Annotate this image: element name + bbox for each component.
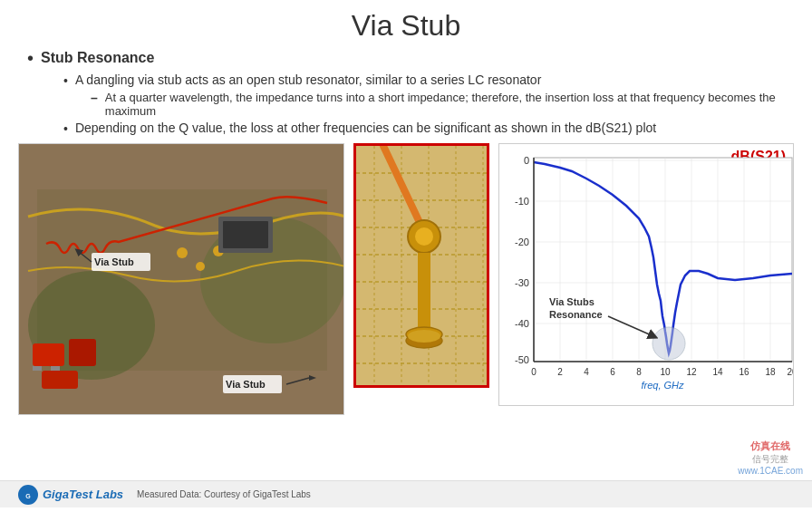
bullet-dot-3: • <box>63 121 68 136</box>
svg-text:10: 10 <box>660 367 671 377</box>
watermark-line2: 信号完整 <box>738 453 803 466</box>
footer-logo: G GigaTest Labs <box>18 485 123 505</box>
svg-text:2: 2 <box>557 367 563 377</box>
svg-rect-6 <box>42 371 78 389</box>
q-value-text: Depending on the Q value, the loss at ot… <box>75 121 656 135</box>
bullet-quarter: – At a quarter wavelength, the impedance… <box>91 91 794 118</box>
bullet-dot-2: • <box>63 73 68 88</box>
svg-rect-8 <box>51 366 60 371</box>
watermark: 仿真在线 信号完整 www.1CAE.com <box>738 440 803 476</box>
dangling-text: A dangling via stub acts as an open stub… <box>75 72 541 87</box>
footer-logo-text: GigaTest Labs <box>43 488 123 501</box>
watermark-line3: www.1CAE.com <box>738 466 803 476</box>
svg-rect-13 <box>223 221 268 248</box>
svg-rect-4 <box>33 343 64 366</box>
bullet-q-value: • Depending on the Q value, the loss at … <box>63 121 794 136</box>
svg-text:Via Stubs: Via Stubs <box>549 296 594 307</box>
bullet-stub-resonance: • Stub Resonance <box>27 50 794 69</box>
svg-point-75 <box>652 327 685 360</box>
svg-text:6: 6 <box>610 367 615 377</box>
svg-text:-30: -30 <box>515 277 529 288</box>
svg-point-37 <box>415 227 433 246</box>
watermark-line1: 仿真在线 <box>738 440 803 453</box>
slide: Via Stub • Stub Resonance • A dangling v… <box>0 0 812 512</box>
giga-test-logo-icon: G <box>21 488 35 502</box>
pcb-svg: Via Stub Via Stub <box>19 144 344 415</box>
svg-text:G: G <box>25 493 31 499</box>
graph-svg: 0 -10 -20 -30 -40 -50 0 2 4 6 <box>499 144 793 405</box>
stub-diagram-svg <box>356 146 489 388</box>
svg-text:Resonance: Resonance <box>549 309 603 320</box>
bullet-dot-1: • <box>27 48 34 69</box>
svg-rect-5 <box>69 339 96 366</box>
svg-text:14: 14 <box>712 367 723 377</box>
slide-title: Via Stub <box>18 9 794 43</box>
footer: G GigaTest Labs Measured Data: Courtesy … <box>0 480 812 507</box>
stub-resonance-text: Stub Resonance <box>41 50 154 66</box>
svg-text:12: 12 <box>686 367 697 377</box>
svg-text:8: 8 <box>636 367 642 377</box>
svg-point-10 <box>196 262 205 271</box>
bullet-dangling: • A dangling via stub acts as an open st… <box>63 72 794 88</box>
svg-text:-50: -50 <box>515 354 529 365</box>
svg-text:0: 0 <box>524 155 529 166</box>
svg-text:18: 18 <box>765 367 776 377</box>
quarter-text: At a quarter wavelength, the impedance t… <box>105 91 794 118</box>
content-area: • Stub Resonance • A dangling via stub a… <box>18 50 794 136</box>
svg-rect-7 <box>33 366 42 371</box>
svg-text:freq, GHz: freq, GHz <box>641 380 684 391</box>
svg-text:Via Stub: Via Stub <box>94 256 134 267</box>
bullet-dash-1: – <box>91 91 98 105</box>
svg-rect-38 <box>418 253 430 334</box>
svg-text:20: 20 <box>787 367 793 377</box>
bottom-section: Via Stub Via Stub <box>18 143 794 424</box>
footer-measured-text: Measured Data: Courtesy of GigaTest Labs <box>137 489 311 499</box>
pcb-image: Via Stub Via Stub <box>18 143 344 415</box>
svg-point-9 <box>177 247 188 258</box>
svg-text:-20: -20 <box>515 237 529 247</box>
svg-point-41 <box>408 330 440 343</box>
via-stub-diagram <box>353 143 489 388</box>
logo-circle: G <box>18 485 38 505</box>
svg-text:16: 16 <box>739 367 749 377</box>
svg-text:-40: -40 <box>515 318 529 329</box>
svg-text:Via Stub: Via Stub <box>226 379 266 390</box>
graph-area: dB(S21) Measured Insertion Loss 0 -10 -2… <box>498 143 794 406</box>
svg-text:4: 4 <box>584 367 589 377</box>
svg-text:0: 0 <box>531 367 536 377</box>
svg-text:-10: -10 <box>515 196 529 207</box>
